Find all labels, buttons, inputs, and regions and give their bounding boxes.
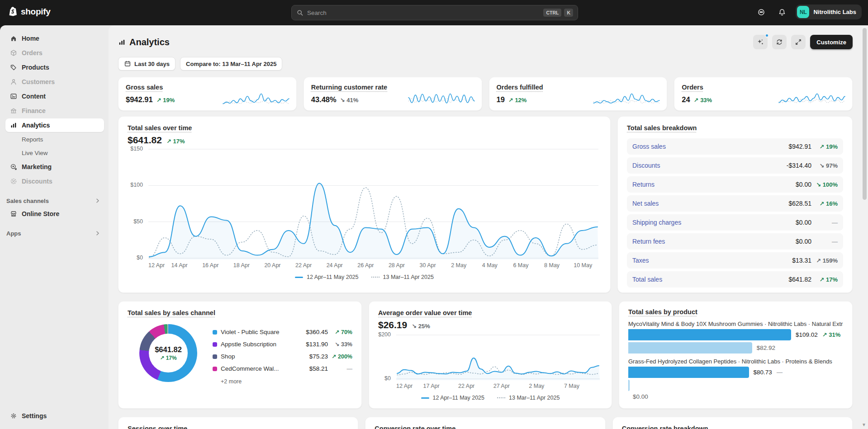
breakdown-row: Total sales$641.82↗ 17% bbox=[627, 271, 843, 288]
fullscreen-expand-button[interactable] bbox=[791, 35, 806, 49]
metric-delta: ↘ 41% bbox=[340, 97, 359, 104]
x-axis-tick-label: 2 May bbox=[451, 262, 466, 269]
channel-legend: Violet - Public Square$360.45↗ 70% Appst… bbox=[213, 326, 352, 385]
sidebar-item-settings[interactable]: Settings bbox=[5, 409, 104, 423]
breakdown-link[interactable]: Gross sales bbox=[632, 143, 788, 150]
donut-center-delta: ↗ 17% bbox=[160, 355, 176, 361]
sidebar-item-orders[interactable]: Orders bbox=[5, 46, 104, 60]
conversion-rate-breakdown-card: Conversion rate breakdown bbox=[612, 417, 853, 429]
breakdown-delta: ↘ 100% bbox=[811, 181, 838, 188]
breakdown-title[interactable]: Total sales breakdown bbox=[627, 124, 697, 132]
previous-bar-value: $82.92 bbox=[757, 344, 775, 351]
chart-legend: 12 Apr–11 May 2025 13 Mar–11 Apr 2025 bbox=[378, 395, 602, 401]
customize-button[interactable]: Customize bbox=[810, 35, 853, 49]
channel-delta: ↗ 70% bbox=[332, 329, 352, 335]
breakdown-link[interactable]: Total sales bbox=[632, 276, 788, 283]
breakdown-value: -$314.40 bbox=[787, 162, 811, 169]
scrollbar-thumb[interactable] bbox=[863, 28, 867, 200]
sessions-title[interactable]: Sessions over time bbox=[128, 425, 187, 429]
sidebar-section-sales-channels[interactable]: Sales channels bbox=[5, 197, 104, 204]
sidebar-item-live-view[interactable]: Live View bbox=[5, 146, 104, 159]
breakdown-value: $13.31 bbox=[792, 257, 811, 264]
breakdown-link[interactable]: Returns bbox=[632, 181, 796, 188]
chevron-right-icon bbox=[94, 197, 101, 204]
sidebar-item-customers[interactable]: Customers bbox=[5, 75, 104, 89]
product-item: MycoVitality Mind & Body 10X Mushroom Gu… bbox=[628, 321, 843, 354]
search-icon bbox=[296, 9, 304, 16]
breakdown-delta: ↘ 97% bbox=[811, 162, 838, 169]
refresh-cycle-button[interactable] bbox=[772, 35, 787, 49]
x-axis-tick-label: 18 Apr bbox=[233, 262, 250, 269]
sidebar-item-home[interactable]: Home bbox=[5, 32, 104, 45]
sparkline-chart bbox=[408, 90, 475, 106]
breakdown-value: $0.00 bbox=[796, 219, 811, 226]
show-more-channels-link[interactable]: +2 more bbox=[221, 378, 352, 385]
sessions-over-time-card: Sessions over time bbox=[118, 417, 358, 429]
account-menu[interactable]: NL Nitrolithic Labs bbox=[796, 5, 862, 19]
x-axis-tick-label: 24 Apr bbox=[327, 262, 343, 269]
aov-delta: ↘ 25% bbox=[412, 323, 430, 330]
legend-previous: 13 Mar–11 Apr 2025 bbox=[497, 395, 560, 401]
x-axis-tick-label: 10 May bbox=[574, 262, 592, 269]
channel-delta: ↘ 33% bbox=[332, 341, 352, 348]
breakdown-row: Discounts-$314.40↘ 97% bbox=[627, 157, 843, 174]
sidebar-label: Online Store bbox=[22, 210, 59, 217]
sidebar-item-online-store[interactable]: Online Store bbox=[5, 207, 104, 221]
breakdown-link[interactable]: Discounts bbox=[632, 162, 787, 169]
scrollbar-down-arrow[interactable]: ▼ bbox=[862, 422, 866, 427]
breakdown-link[interactable]: Net sales bbox=[632, 200, 788, 207]
sidebar-item-reports[interactable]: Reports bbox=[5, 133, 104, 146]
shopify-logo[interactable]: shopify bbox=[7, 6, 50, 18]
y-axis-tick-label: $50 bbox=[133, 218, 143, 225]
sidebar-item-analytics[interactable]: Analytics bbox=[5, 118, 104, 132]
metric-title[interactable]: Returning customer rate bbox=[311, 84, 387, 91]
x-axis-tick-label: 20 Apr bbox=[264, 262, 280, 269]
conversion-breakdown-title[interactable]: Conversion rate breakdown bbox=[622, 425, 708, 429]
compare-label: Compare to: 13 Mar–11 Apr 2025 bbox=[186, 61, 276, 67]
channel-title[interactable]: Total sales by sales channel bbox=[128, 309, 215, 316]
chart-title[interactable]: Total sales over time bbox=[128, 124, 192, 132]
line-chart-canvas bbox=[396, 332, 600, 380]
notifications-bell-icon[interactable] bbox=[775, 5, 789, 19]
metric-title[interactable]: Orders fulfilled bbox=[497, 84, 543, 91]
breakdown-link[interactable]: Taxes bbox=[632, 257, 792, 264]
metric-title[interactable]: Gross sales bbox=[126, 84, 163, 91]
aov-title[interactable]: Average order value over time bbox=[378, 309, 472, 316]
channel-donut-chart: $641.82 ↗ 17% bbox=[139, 324, 197, 382]
content-icon bbox=[10, 93, 17, 100]
sparkline-chart bbox=[778, 90, 846, 106]
breakdown-value: $641.82 bbox=[788, 276, 811, 283]
breakdown-link[interactable]: Return fees bbox=[632, 238, 796, 245]
compare-to-button[interactable]: Compare to: 13 Mar–11 Apr 2025 bbox=[180, 57, 282, 71]
dotted-line-swatch bbox=[371, 277, 379, 278]
product-title[interactable]: Total sales by product bbox=[628, 308, 697, 316]
channel-name: CedCommerce Wal... bbox=[221, 365, 306, 372]
breakdown-link[interactable]: Shipping charges bbox=[632, 219, 796, 226]
sidebar-item-products[interactable]: Products bbox=[5, 61, 104, 74]
conversion-rate-title[interactable]: Conversion rate over time bbox=[375, 425, 455, 429]
product-previous-bar-row bbox=[628, 380, 843, 391]
store-name: Nitrolithic Labs bbox=[813, 9, 856, 15]
insights-sparkle-button[interactable] bbox=[753, 35, 768, 49]
product-current-bar-row: $109.02↗ 31% bbox=[628, 329, 843, 340]
sidebar-item-content[interactable]: Content bbox=[5, 90, 104, 103]
sidebar-item-marketing[interactable]: Marketing bbox=[5, 160, 104, 174]
x-axis-tick-label: 14 Apr bbox=[171, 262, 188, 269]
channel-delta: ↗ 200% bbox=[332, 353, 352, 360]
previous-period-bar bbox=[628, 380, 630, 391]
sidebar-item-finance[interactable]: Finance bbox=[5, 104, 104, 118]
date-range-button[interactable]: Last 30 days bbox=[118, 57, 175, 71]
section-label: Sales channels bbox=[6, 198, 49, 204]
dotted-line-swatch bbox=[497, 397, 505, 398]
marketing-target-icon bbox=[10, 163, 17, 170]
search-input[interactable]: Search CTRL K bbox=[291, 5, 578, 20]
legend-swatch bbox=[213, 354, 217, 359]
sidebar-section-apps[interactable]: Apps bbox=[5, 230, 104, 237]
x-axis-tick-label: 17 Apr bbox=[423, 383, 440, 389]
gear-icon bbox=[10, 412, 17, 420]
sidebar-item-discounts[interactable]: Discounts bbox=[5, 174, 104, 188]
sidekick-button[interactable] bbox=[754, 5, 768, 19]
metric-title[interactable]: Orders bbox=[682, 84, 703, 91]
legend-swatch bbox=[213, 342, 217, 347]
y-axis-tick-label: $0 bbox=[384, 375, 391, 382]
